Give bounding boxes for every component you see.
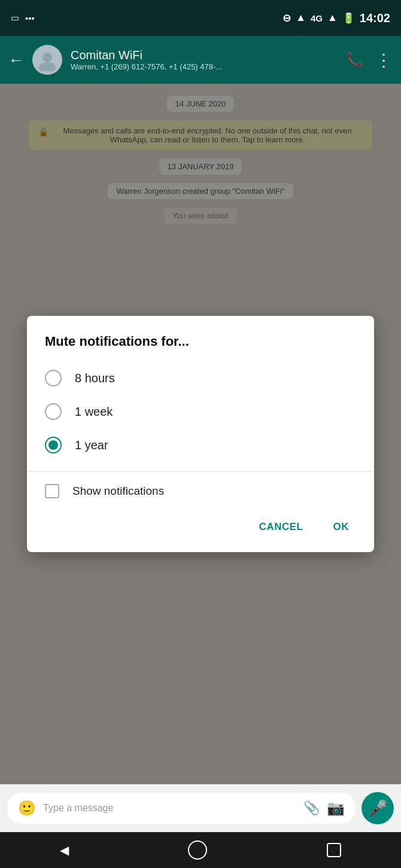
label-1year: 1 year (75, 438, 108, 452)
svg-point-0 (42, 53, 52, 62)
header-info[interactable]: Comitan WiFi Warren, +1 (269) 612-7576, … (71, 48, 337, 71)
nav-home-circle (188, 840, 207, 860)
dialog-actions: CANCEL OK (27, 510, 374, 552)
dialog-backdrop: Mute notifications for... 8 hours 1 week (0, 84, 401, 784)
input-bar: 🙂 Type a message 📎 📷 🎤 (0, 784, 401, 832)
mic-icon: 🎤 (368, 799, 387, 818)
option-1year[interactable]: 1 year (45, 428, 356, 462)
show-notifications-checkbox[interactable] (45, 484, 59, 498)
show-notifications-section[interactable]: Show notifications (27, 472, 374, 510)
emoji-icon[interactable]: 🙂 (18, 800, 36, 817)
svg-point-1 (39, 62, 56, 71)
show-notifications-label: Show notifications (72, 485, 164, 498)
cancel-button[interactable]: CANCEL (247, 514, 315, 540)
dots-icon: ••• (25, 13, 35, 23)
dialog-options: 8 hours 1 week 1 year (27, 361, 374, 471)
chat-header: ← Comitan WiFi Warren, +1 (269) 612-7576… (0, 36, 401, 84)
mute-dialog: Mute notifications for... 8 hours 1 week (27, 316, 374, 552)
group-name: Comitan WiFi (71, 48, 337, 62)
nav-recents-button[interactable] (327, 843, 341, 857)
ok-button[interactable]: OK (321, 514, 361, 540)
header-icons: 📞 ⋮ (345, 50, 393, 70)
minus-circle-icon: ⊖ (282, 12, 291, 25)
dialog-title: Mute notifications for... (27, 316, 374, 361)
status-right: ⊖ ▲ 4G ▲ 🔋 14:02 (282, 11, 390, 25)
nav-bar: ◀ (0, 832, 401, 868)
mic-button[interactable]: 🎤 (361, 792, 394, 824)
status-bar: ▭ ••• ⊖ ▲ 4G ▲ 🔋 14:02 (0, 0, 401, 36)
message-placeholder: Type a message (43, 803, 296, 814)
back-button[interactable]: ← (8, 51, 24, 69)
camera-icon[interactable]: 📷 (327, 800, 345, 817)
signal-icon: ▲ (327, 12, 338, 24)
battery-icon: 🔋 (342, 12, 355, 25)
more-options-icon[interactable]: ⋮ (375, 50, 393, 70)
label-1week: 1 week (75, 405, 113, 419)
message-input-container[interactable]: 🙂 Type a message 📎 📷 (7, 793, 356, 824)
screen-icon: ▭ (11, 13, 19, 23)
avatar[interactable] (32, 45, 62, 75)
nav-back-button[interactable]: ◀ (60, 843, 69, 857)
nav-square-shape (327, 843, 341, 857)
status-left: ▭ ••• (11, 13, 35, 23)
radio-inner-1year (48, 440, 58, 450)
call-icon[interactable]: 📞 (345, 51, 363, 68)
chat-body: 14 JUNE 2020 🔒 Messages and calls are en… (0, 84, 401, 784)
group-subtitle: Warren, +1 (269) 612-7576, +1 (425) 478-… (71, 62, 286, 71)
nav-home-button[interactable] (188, 840, 207, 860)
status-time: 14:02 (360, 11, 390, 25)
attach-icon[interactable]: 📎 (303, 800, 320, 816)
option-8hours[interactable]: 8 hours (45, 361, 356, 395)
wifi-icon: ▲ (296, 12, 306, 24)
4g-label: 4G (311, 13, 323, 23)
radio-1year[interactable] (45, 437, 62, 453)
radio-8hours[interactable] (45, 370, 62, 386)
label-8hours: 8 hours (75, 371, 115, 385)
radio-1week[interactable] (45, 403, 62, 420)
option-1week[interactable]: 1 week (45, 395, 356, 428)
